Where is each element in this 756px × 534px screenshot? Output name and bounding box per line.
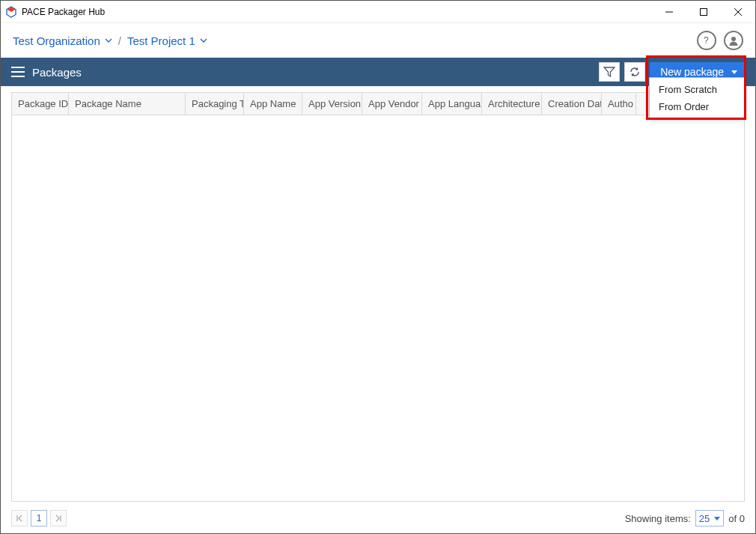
col-app-version[interactable]: App Version	[302, 93, 362, 115]
showing-items-label: Showing items:	[625, 513, 691, 524]
pager-page-current[interactable]: 1	[31, 510, 47, 527]
breadcrumb-org-label: Test Organization	[13, 34, 100, 47]
footer-right: Showing items: 25 of 0	[625, 510, 745, 527]
refresh-icon	[629, 66, 641, 78]
user-icon	[728, 34, 740, 46]
header-actions: ?	[697, 31, 743, 50]
svg-rect-3	[701, 8, 707, 15]
total-count-label: of 0	[728, 513, 745, 524]
help-button[interactable]: ?	[697, 31, 716, 50]
chevron-down-icon	[200, 37, 207, 44]
pager-first-button[interactable]	[11, 510, 28, 527]
page-size-select[interactable]: 25	[695, 510, 724, 527]
breadcrumb-separator: /	[118, 34, 121, 47]
dropdown-from-order[interactable]: From Order	[650, 98, 744, 115]
first-page-icon	[16, 515, 23, 522]
col-packaging-t[interactable]: Packaging T	[186, 93, 244, 115]
caret-down-icon	[731, 70, 737, 74]
breadcrumb-project[interactable]: Test Project 1	[127, 34, 207, 47]
col-package-name[interactable]: Package Name	[69, 93, 186, 115]
pager-last-button[interactable]	[50, 510, 67, 527]
app-window: PACE Packager Hub Test Organization / Te…	[0, 0, 756, 534]
question-icon: ?	[702, 35, 711, 46]
svg-marker-1	[7, 7, 16, 12]
page-title: Packages	[32, 66, 82, 79]
titlebar: PACE Packager Hub	[1, 1, 755, 23]
new-package-dropdown: From Scratch From Order	[649, 77, 745, 119]
toolbar: Packages New package Fr	[1, 58, 755, 86]
breadcrumb-project-label: Test Project 1	[127, 34, 195, 47]
new-package-label: New package	[660, 66, 724, 78]
filter-button[interactable]	[599, 62, 620, 82]
col-app-name[interactable]: App Name	[244, 93, 302, 115]
packages-grid: Package ID Package Name Packaging T App …	[11, 92, 745, 502]
pager: 1	[11, 510, 67, 527]
col-author[interactable]: Autho	[602, 93, 636, 115]
maximize-button[interactable]	[686, 1, 721, 22]
grid-header: Package ID Package Name Packaging T App …	[12, 93, 744, 115]
content-area: Package ID Package Name Packaging T App …	[1, 86, 755, 508]
profile-button[interactable]	[724, 31, 743, 50]
last-page-icon	[55, 515, 62, 522]
page-size-value: 25	[699, 513, 710, 524]
app-title: PACE Packager Hub	[22, 7, 105, 17]
svg-marker-8	[604, 67, 615, 76]
col-package-id[interactable]: Package ID	[12, 93, 69, 115]
breadcrumb: Test Organization / Test Project 1 ?	[1, 23, 755, 58]
svg-point-7	[731, 37, 736, 41]
filter-icon	[603, 67, 615, 77]
dropdown-from-scratch[interactable]: From Scratch	[650, 81, 744, 98]
chevron-down-icon	[105, 37, 112, 44]
window-controls	[652, 1, 755, 22]
col-app-langua[interactable]: App Langua	[422, 93, 482, 115]
svg-text:?: ?	[704, 35, 709, 46]
close-button[interactable]	[721, 1, 755, 22]
col-app-vendor[interactable]: App Vendor	[362, 93, 422, 115]
grid-footer: 1 Showing items: 25 of 0	[1, 508, 755, 533]
refresh-button[interactable]	[624, 62, 645, 82]
menu-button[interactable]	[11, 67, 25, 77]
breadcrumb-org[interactable]: Test Organization	[13, 34, 112, 47]
col-architecture[interactable]: Architecture	[482, 93, 542, 115]
minimize-button[interactable]	[652, 1, 686, 22]
grid-body[interactable]	[12, 115, 744, 501]
col-creation-dat[interactable]: Creation Dat	[542, 93, 602, 115]
caret-down-icon	[714, 517, 720, 521]
app-logo-icon	[5, 6, 17, 18]
